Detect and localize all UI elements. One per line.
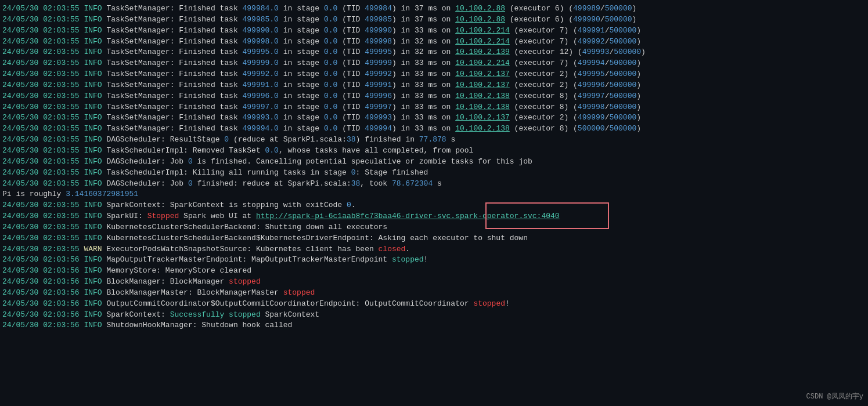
log-line: 24/05/30 02:03:55 INFO TaskSetManager: F… [2, 47, 866, 58]
log-line: 24/05/30 02:03:56 INFO MemoryStore: Memo… [2, 266, 866, 277]
log-line-pi: Pi is roughly 3.14160372981951 [2, 189, 866, 200]
watermark: CSDN @凤凤的宇y [806, 392, 863, 401]
log-line: 24/05/30 02:03:55 INFO KubernetesCluster… [2, 233, 866, 244]
log-line: 24/05/30 02:03:55 INFO SparkUI: Stopped … [2, 211, 866, 222]
log-line: 24/05/30 02:03:56 INFO MapOutputTrackerM… [2, 255, 866, 266]
log-line: 24/05/30 02:03:55 INFO TaskSetManager: F… [2, 26, 866, 37]
log-line: 24/05/30 02:03:56 INFO BlockManagerMaste… [2, 288, 866, 299]
log-line: 24/05/30 02:03:55 INFO TaskSetManager: F… [2, 3, 866, 14]
log-line: 24/05/30 02:03:55 INFO TaskSetManager: F… [2, 124, 866, 135]
log-line: 24/05/30 02:03:55 INFO TaskSetManager: F… [2, 14, 866, 26]
log-line: 24/05/30 02:03:55 INFO DAGScheduler: Job… [2, 157, 866, 168]
log-line: 24/05/30 02:03:56 INFO BlockManager: Blo… [2, 277, 866, 288]
log-line: 24/05/30 02:03:55 WARN ExecutorPodsWatch… [2, 244, 866, 255]
log-line: 24/05/30 02:03:56 INFO ShutdownHookManag… [2, 320, 866, 331]
log-line: 24/05/30 02:03:55 INFO TaskSetManager: F… [2, 58, 866, 69]
log-line: 24/05/30 02:03:55 INFO TaskSchedulerImpl… [2, 168, 866, 179]
log-line: 24/05/30 02:03:55 INFO TaskSetManager: F… [2, 69, 866, 80]
log-line: 24/05/30 02:03:55 INFO DAGScheduler: Res… [2, 135, 866, 146]
log-line: 24/05/30 02:03:55 INFO TaskSetManager: F… [2, 37, 866, 48]
log-line: 24/05/30 02:03:55 INFO TaskSetManager: F… [2, 91, 866, 102]
log-line: 24/05/30 02:03:55 INFO DAGScheduler: Job… [2, 179, 866, 190]
log-line: 24/05/30 02:03:55 INFO TaskSchedulerImpl… [2, 146, 866, 157]
log-line: 24/05/30 02:03:55 INFO TaskSetManager: F… [2, 113, 866, 124]
log-line: 24/05/30 02:03:55 INFO TaskSetManager: F… [2, 102, 866, 113]
log-line: 24/05/30 02:03:56 INFO OutputCommitCoord… [2, 299, 866, 310]
log-line: 24/05/30 02:03:55 INFO KubernetesCluster… [2, 222, 866, 233]
log-line: 24/05/30 02:03:55 INFO SparkContext: Spa… [2, 200, 866, 211]
log-line: 24/05/30 02:03:55 INFO TaskSetManager: F… [2, 80, 866, 91]
log-line: 24/05/30 02:03:56 INFO SparkContext: Suc… [2, 310, 866, 321]
